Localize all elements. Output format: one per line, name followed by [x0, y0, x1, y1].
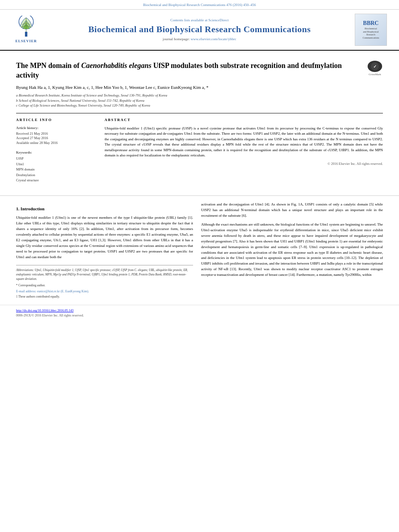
copyright-notice: © 2016 Elsevier Inc. All rights reserved… [105, 162, 383, 166]
doi-link[interactable]: http://dx.doi.org/10.1016/j.bbrc.2016.05… [16, 308, 383, 313]
affiliations: a Biomedical Research Institute, Korea I… [16, 93, 383, 108]
journal-homepage: journal homepage: www.elsevier.com/locat… [48, 37, 351, 42]
keyword-4: Deufmylation [16, 173, 97, 178]
doi-anchor[interactable]: http://dx.doi.org/10.1016/j.bbrc.2016.05… [16, 309, 74, 312]
elsevier-label: ELSEVIER [15, 39, 37, 44]
affiliation-b: b School of Biological Sciences, Seoul N… [16, 98, 383, 103]
article-info-column: ARTICLE INFO Article history: Received 2… [16, 117, 97, 183]
elsevier-logo: ELSEVIER [14, 16, 38, 44]
rights-text: 0006-291X/© 2016 Elsevier Inc. All right… [16, 313, 383, 318]
abstract-text: Ubiquitin-fold modifier 1 (Ufm1) specifi… [105, 126, 383, 158]
received-date: Received 21 May 2016 [16, 131, 97, 136]
abstract-column: ABSTRACT Ubiquitin-fold modifier 1 (Ufm1… [105, 117, 383, 183]
affiliation-c: c College of Life Science and Biotechnol… [16, 103, 383, 108]
bottom-bar: http://dx.doi.org/10.1016/j.bbrc.2016.05… [0, 305, 399, 320]
article-info-heading: ARTICLE INFO [16, 117, 97, 123]
bbrc-text: BBRC [363, 19, 379, 27]
article-info-abstract: ARTICLE INFO Article history: Received 2… [16, 113, 383, 183]
sciencedirect-anchor[interactable]: ScienceDirect [208, 18, 228, 22]
crossmark-svg: ✓ [370, 62, 379, 71]
intro-para3: Although the exact mechanisms are still … [201, 222, 383, 278]
journal-header: ELSEVIER Contents lists available at Sci… [0, 10, 399, 51]
abbreviations-footnote: Abbreviations: Ufm1, Ubiquitin-fold modi… [16, 268, 193, 281]
section-divider [0, 195, 399, 196]
crossmark-label: CrossMark [368, 73, 381, 77]
journal-info: Contents lists available at ScienceDirec… [48, 18, 351, 42]
elsevier-tree-icon [14, 16, 38, 38]
keyword-3: MPN domain [16, 167, 97, 173]
footnote-section: Abbreviations: Ufm1, Ubiquitin-fold modi… [16, 265, 193, 299]
sciencedirect-link[interactable]: Contents lists available at ScienceDirec… [48, 18, 351, 23]
article-history-label: Article history: [16, 126, 97, 131]
elsevier-branding: ELSEVIER [8, 16, 44, 44]
journal-citation: Biochemical and Biophysical Research Com… [0, 0, 399, 10]
keyword-1: UfSP [16, 156, 97, 162]
affiliation-a: a Biomedical Research Institute, Korea I… [16, 93, 383, 98]
journal-title: Biochemical and Biophysical Research Com… [48, 24, 351, 35]
article-title: The MPN domain of Caenorhabditis elegans… [16, 61, 354, 80]
keywords-list: UfSP Ufm1 MPN domain Deufmylation Crysta… [16, 156, 97, 183]
authors: Byung Hak Ha a, 1, Kyung Hee Kim a, c, 1… [16, 84, 383, 91]
svg-rect-0 [25, 32, 27, 37]
body-left-column: 1. Introduction Ubiquitin-fold modifier … [16, 202, 193, 299]
body-content: 1. Introduction Ubiquitin-fold modifier … [0, 202, 399, 299]
email-link[interactable]: eunice@kist.re.kr [37, 290, 60, 293]
bbrc-subtitle: Biochemicaland BiophysicalResearchCommun… [363, 27, 379, 40]
available-date: Available online 28 May 2016 [16, 141, 97, 146]
intro-para1: Ubiquitin-fold modifier 1 (Ufm1) is one … [16, 215, 193, 260]
keywords-label: Keywords: [16, 150, 97, 155]
article-content: The MPN domain of Caenorhabditis elegans… [0, 51, 399, 189]
abstract-heading: ABSTRACT [105, 117, 383, 123]
crossmark-icon[interactable]: ✓ CrossMark [367, 61, 383, 77]
crossmark-circle: ✓ [368, 61, 382, 72]
bbrc-logo: BBRC Biochemicaland BiophysicalResearchC… [355, 14, 387, 46]
corresponding-footnote: * Corresponding author. [16, 283, 193, 288]
accepted-date: Accepted 27 May 2016 [16, 136, 97, 141]
svg-text:✓: ✓ [373, 64, 376, 69]
article-title-section: The MPN domain of Caenorhabditis elegans… [16, 57, 383, 80]
equal-contrib-footnote: 1 These authors contributed equally. [16, 294, 193, 299]
citation-text: Biochemical and Biophysical Research Com… [143, 3, 256, 7]
body-right-column: activation and the deconjugation of Ufm1… [201, 202, 383, 299]
journal-homepage-link[interactable]: www.elsevier.com/locate/ybbrc [191, 37, 236, 41]
email-footnote: E-mail address: eunice@kist.re.kr (E. Eu… [16, 289, 193, 294]
keyword-2: Ufm1 [16, 162, 97, 167]
intro-para2: activation and the deconjugation of Ufm1… [201, 202, 383, 219]
intro-title: 1. Introduction [16, 206, 193, 212]
keyword-5: Crystal structure [16, 178, 97, 183]
bbrc-logo-container: BBRC Biochemicaland BiophysicalResearchC… [355, 14, 391, 46]
